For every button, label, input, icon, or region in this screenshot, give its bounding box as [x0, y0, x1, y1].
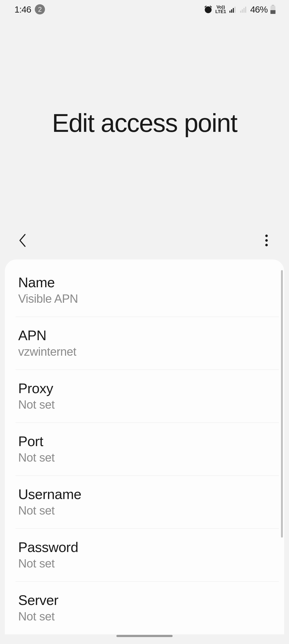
field-value: vzwinternet: [18, 345, 271, 358]
svg-rect-5: [242, 9, 243, 13]
field-label: Proxy: [18, 380, 271, 396]
chevron-left-icon: [17, 233, 28, 249]
field-value: Not set: [18, 557, 271, 570]
field-label: Server: [18, 592, 271, 608]
apn-fields-card: Name Visible APN APN vzwinternet Proxy N…: [5, 259, 284, 634]
svg-rect-0: [229, 11, 230, 13]
svg-point-13: [265, 244, 268, 246]
signal-icon-1: [229, 5, 237, 13]
field-value: Not set: [18, 610, 271, 623]
navigation-handle[interactable]: [116, 635, 173, 637]
field-label: Port: [18, 433, 271, 449]
field-label: Password: [18, 539, 271, 555]
apn-field-server[interactable]: Server Not set: [5, 581, 284, 634]
apn-field-apn[interactable]: APN vzwinternet: [5, 317, 284, 370]
more-options-button[interactable]: [258, 233, 275, 249]
svg-rect-6: [244, 8, 245, 13]
status-right: Vo)) LTE1 46%: [204, 4, 276, 15]
svg-rect-4: [240, 11, 241, 13]
field-label: Name: [18, 274, 271, 290]
page-title: Edit access point: [52, 108, 237, 138]
apn-field-password[interactable]: Password Not set: [5, 528, 284, 581]
lte-icon: Vo)) LTE1: [215, 5, 226, 14]
svg-rect-2: [233, 8, 234, 13]
status-left: 1:46 2: [14, 4, 45, 15]
status-bar: 1:46 2 Vo)) LTE1 46%: [0, 0, 289, 19]
svg-rect-7: [245, 7, 246, 13]
apn-field-proxy[interactable]: Proxy Not set: [5, 370, 284, 423]
apn-field-username[interactable]: Username Not set: [5, 476, 284, 528]
field-label: Username: [18, 486, 271, 502]
battery-percent: 46%: [250, 4, 268, 15]
field-value: Visible APN: [18, 292, 271, 305]
toolbar: [0, 227, 289, 254]
field-value: Not set: [18, 398, 271, 411]
header-area: Edit access point: [0, 19, 289, 227]
field-value: Not set: [18, 504, 271, 517]
battery-icon: [270, 5, 276, 14]
field-value: Not set: [18, 451, 271, 464]
alarm-icon: [204, 5, 213, 14]
svg-point-12: [265, 239, 268, 241]
svg-rect-1: [231, 9, 232, 13]
apn-field-port[interactable]: Port Not set: [5, 423, 284, 476]
field-label: APN: [18, 327, 271, 343]
apn-field-name[interactable]: Name Visible APN: [5, 264, 284, 317]
svg-rect-8: [272, 5, 274, 6]
notification-count-badge: 2: [35, 4, 45, 14]
svg-rect-3: [234, 7, 235, 13]
signal-icon-2: [239, 5, 248, 13]
status-time: 1:46: [14, 4, 31, 15]
more-vertical-icon: [265, 235, 268, 247]
back-button[interactable]: [14, 233, 31, 249]
svg-point-11: [265, 235, 268, 237]
